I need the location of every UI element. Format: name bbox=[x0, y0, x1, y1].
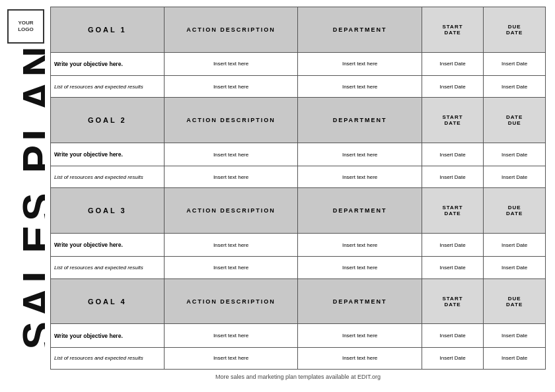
due-text-1-2[interactable]: Insert Date bbox=[484, 75, 546, 97]
left-sidebar: YOUR LOGO SALES PLAN For more info visit… bbox=[0, 0, 48, 392]
due-text-4-2[interactable]: Insert Date bbox=[484, 347, 546, 369]
resources-label-4[interactable]: List of resources and expected results bbox=[51, 347, 165, 369]
goal-header-2: GOAL 2 ACTION DESCRIPTION DEPARTMENT STA… bbox=[51, 98, 546, 143]
resources-label-3[interactable]: List of resources and expected results bbox=[51, 257, 165, 278]
dept-text-3-1[interactable]: Insert text here bbox=[298, 234, 422, 257]
action-text-3-1[interactable]: Insert text here bbox=[164, 234, 298, 257]
due-text-2-1[interactable]: Insert Date bbox=[484, 143, 546, 166]
footer-text: More sales and marketing plan templates … bbox=[50, 374, 546, 380]
dept-text-2-2[interactable]: Insert text here bbox=[298, 166, 422, 188]
sales-plan-title: SALES PLAN bbox=[14, 42, 45, 349]
page: YOUR LOGO SALES PLAN For more info visit… bbox=[0, 0, 555, 392]
dept-text-1-1[interactable]: Insert text here bbox=[298, 52, 422, 75]
start-header-3: STARTDATE bbox=[422, 188, 484, 234]
resources-row-4: List of resources and expected results I… bbox=[51, 347, 546, 369]
dept-header-4: DEPARTMENT bbox=[298, 278, 422, 324]
due-text-4-1[interactable]: Insert Date bbox=[484, 324, 546, 347]
objective-label-2[interactable]: Write your objective here. bbox=[51, 143, 165, 166]
due-text-1-1[interactable]: Insert Date bbox=[484, 52, 546, 75]
start-text-3-2[interactable]: Insert Date bbox=[422, 257, 484, 278]
objective-row-3: Write your objective here. Insert text h… bbox=[51, 234, 546, 257]
action-header-4: ACTION DESCRIPTION bbox=[164, 278, 298, 324]
objective-label-3[interactable]: Write your objective here. bbox=[51, 234, 165, 257]
start-text-1-1[interactable]: Insert Date bbox=[422, 52, 484, 75]
dept-header-1: DEPARTMENT bbox=[298, 7, 422, 53]
objective-row-2: Write your objective here. Insert text h… bbox=[51, 143, 546, 166]
start-text-3-1[interactable]: Insert Date bbox=[422, 234, 484, 257]
resources-row-3: List of resources and expected results I… bbox=[51, 257, 546, 278]
action-text-1-1[interactable]: Insert text here bbox=[164, 52, 298, 75]
goal-label-2[interactable]: GOAL 2 bbox=[51, 98, 165, 143]
start-header-4: STARTDATE bbox=[422, 278, 484, 324]
goal-label-1[interactable]: GOAL 1 bbox=[51, 7, 165, 53]
due-header-3: DUEDATE bbox=[484, 188, 546, 234]
goal-label-3[interactable]: GOAL 3 bbox=[51, 188, 165, 234]
dept-text-4-1[interactable]: Insert text here bbox=[298, 324, 422, 347]
vertical-text-container: SALES PLAN For more info visit our websi… bbox=[0, 0, 45, 392]
dept-text-3-2[interactable]: Insert text here bbox=[298, 257, 422, 278]
due-text-3-1[interactable]: Insert Date bbox=[484, 234, 546, 257]
resources-label-2[interactable]: List of resources and expected results bbox=[51, 166, 165, 188]
dept-text-1-2[interactable]: Insert text here bbox=[298, 75, 422, 97]
start-text-1-2[interactable]: Insert Date bbox=[422, 75, 484, 97]
goal-header-1: GOAL 1 ACTION DESCRIPTION DEPARTMENT STA… bbox=[51, 7, 546, 53]
plan-table: GOAL 1 ACTION DESCRIPTION DEPARTMENT STA… bbox=[50, 7, 546, 370]
due-header-2: DATEDUE bbox=[484, 98, 546, 143]
dept-text-4-2[interactable]: Insert text here bbox=[298, 347, 422, 369]
action-text-2-1[interactable]: Insert text here bbox=[164, 143, 298, 166]
action-text-4-2[interactable]: Insert text here bbox=[164, 347, 298, 369]
action-text-2-2[interactable]: Insert text here bbox=[164, 166, 298, 188]
action-text-1-2[interactable]: Insert text here bbox=[164, 75, 298, 97]
dept-text-2-1[interactable]: Insert text here bbox=[298, 143, 422, 166]
action-header-3: ACTION DESCRIPTION bbox=[164, 188, 298, 234]
due-header-1: DUEDATE bbox=[484, 7, 546, 53]
dept-header-2: DEPARTMENT bbox=[298, 98, 422, 143]
start-header-2: STARTDATE bbox=[422, 98, 484, 143]
goal-header-4: GOAL 4 ACTION DESCRIPTION DEPARTMENT STA… bbox=[51, 278, 546, 324]
resources-row-1: List of resources and expected results I… bbox=[51, 75, 546, 97]
start-text-4-1[interactable]: Insert Date bbox=[422, 324, 484, 347]
start-text-4-2[interactable]: Insert Date bbox=[422, 347, 484, 369]
main-content: GOAL 1 ACTION DESCRIPTION DEPARTMENT STA… bbox=[48, 0, 555, 392]
resources-row-2: List of resources and expected results I… bbox=[51, 166, 546, 188]
objective-row-1: Write your objective here. Insert text h… bbox=[51, 52, 546, 75]
objective-row-4: Write your objective here. Insert text h… bbox=[51, 324, 546, 347]
resources-label-1[interactable]: List of resources and expected results bbox=[51, 75, 165, 97]
action-text-3-2[interactable]: Insert text here bbox=[164, 257, 298, 278]
action-header-1: ACTION DESCRIPTION bbox=[164, 7, 298, 53]
action-text-4-1[interactable]: Insert text here bbox=[164, 324, 298, 347]
start-header-1: STARTDATE bbox=[422, 7, 484, 53]
goal-header-3: GOAL 3 ACTION DESCRIPTION DEPARTMENT STA… bbox=[51, 188, 546, 234]
due-text-3-2[interactable]: Insert Date bbox=[484, 257, 546, 278]
goal-label-4[interactable]: GOAL 4 bbox=[51, 278, 165, 324]
start-text-2-1[interactable]: Insert Date bbox=[422, 143, 484, 166]
dept-header-3: DEPARTMENT bbox=[298, 188, 422, 234]
objective-label-4[interactable]: Write your objective here. bbox=[51, 324, 165, 347]
objective-label-1[interactable]: Write your objective here. bbox=[51, 52, 165, 75]
due-header-4: DUEDATE bbox=[484, 278, 546, 324]
start-text-2-2[interactable]: Insert Date bbox=[422, 166, 484, 188]
action-header-2: ACTION DESCRIPTION bbox=[164, 98, 298, 143]
due-text-2-2[interactable]: Insert Date bbox=[484, 166, 546, 188]
